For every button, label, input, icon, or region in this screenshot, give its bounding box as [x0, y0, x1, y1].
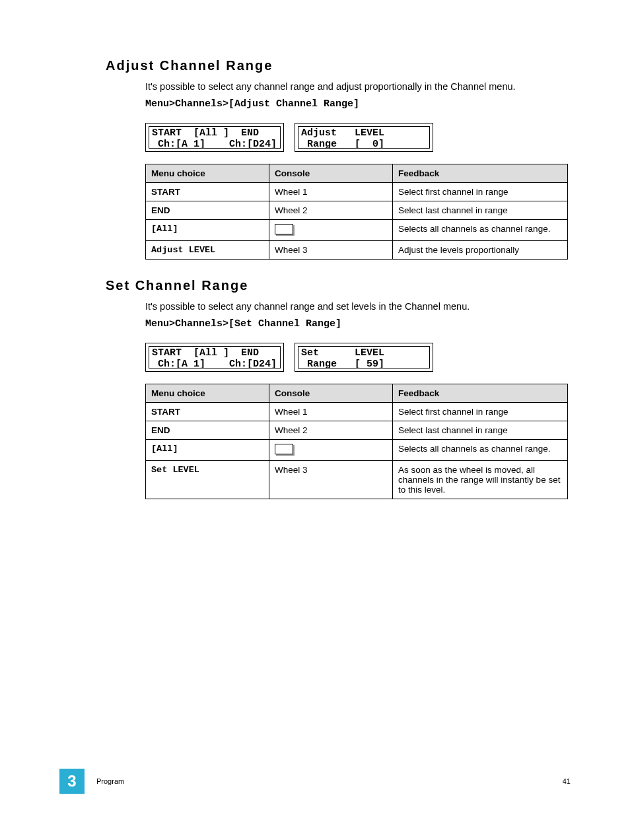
chapter-title: Program	[96, 777, 124, 785]
intro-text: It's possible to select any channel rang…	[59, 81, 571, 92]
cell-console: Wheel 1	[269, 183, 393, 201]
cell-feedback: Select last channel in range	[393, 421, 568, 440]
table-row: Set LEVELWheel 3As soon as the wheel is …	[146, 461, 568, 499]
cell-feedback: Adjust the levels proportionally	[393, 241, 568, 260]
table-row: ENDWheel 2Select last channel in range	[146, 201, 568, 220]
lcd-display-right: Adjust LEVEL Range [ 0]	[295, 123, 433, 152]
lcd-displays: START [All ] END Ch:[A 1] Ch:[D24] Adjus…	[59, 123, 571, 152]
cell-feedback: As soon as the wheel is moved, all chann…	[393, 461, 568, 499]
cell-feedback: Select last channel in range	[393, 201, 568, 220]
table-row: [All]Selects all channels as channel ran…	[146, 440, 568, 461]
table-row: ENDWheel 2Select last channel in range	[146, 421, 568, 440]
menu-choice-table: Menu choice Console Feedback STARTWheel …	[145, 384, 568, 499]
cell-menu-choice: [All]	[146, 440, 269, 461]
cell-feedback: Selects all channels as channel range.	[393, 220, 568, 241]
lcd-text: START [All ] END Ch:[A 1] Ch:[D24]	[149, 126, 281, 149]
section-heading: Adjust Channel Range	[59, 58, 571, 73]
page-footer: 3 Program 41	[0, 769, 630, 794]
menu-path: Menu>Channels>[Adjust Channel Range]	[59, 98, 571, 110]
softkey-box-icon	[275, 224, 293, 234]
table-body: STARTWheel 1Select first channel in rang…	[146, 183, 568, 260]
lcd-text: Adjust LEVEL Range [ 0]	[298, 126, 430, 149]
cell-console: Wheel 3	[269, 241, 393, 260]
table-row: [All]Selects all channels as channel ran…	[146, 220, 568, 241]
cell-menu-choice: END	[146, 201, 269, 220]
cell-console: Wheel 2	[269, 201, 393, 220]
table-header-row: Menu choice Console Feedback	[146, 164, 568, 183]
lcd-text: START [All ] END Ch:[A 1] Ch:[D24]	[149, 346, 281, 368]
col-feedback: Feedback	[393, 164, 568, 183]
col-menu-choice: Menu choice	[146, 164, 269, 183]
cell-menu-choice: [All]	[146, 220, 269, 241]
col-feedback: Feedback	[393, 384, 568, 403]
cell-menu-choice: END	[146, 421, 269, 440]
cell-feedback: Select first channel in range	[393, 403, 568, 421]
cell-menu-choice: START	[146, 403, 269, 421]
cell-menu-choice: Adjust LEVEL	[146, 241, 269, 260]
col-console: Console	[269, 164, 393, 183]
cell-console: Wheel 2	[269, 421, 393, 440]
lcd-displays: START [All ] END Ch:[A 1] Ch:[D24] Set L…	[59, 343, 571, 372]
cell-menu-choice: Set LEVEL	[146, 461, 269, 499]
table-header-row: Menu choice Console Feedback	[146, 384, 568, 403]
intro-text: It's possible to select any channel rang…	[59, 301, 571, 312]
col-console: Console	[269, 384, 393, 403]
menu-path: Menu>Channels>[Set Channel Range]	[59, 318, 571, 330]
menu-choice-table: Menu choice Console Feedback STARTWheel …	[145, 164, 568, 260]
lcd-text: Set LEVEL Range [ 59]	[298, 346, 430, 368]
col-menu-choice: Menu choice	[146, 384, 269, 403]
cell-console	[269, 220, 393, 241]
cell-feedback: Selects all channels as channel range.	[393, 440, 568, 461]
lcd-display-left: START [All ] END Ch:[A 1] Ch:[D24]	[145, 123, 284, 152]
lcd-display-right: Set LEVEL Range [ 59]	[295, 343, 433, 372]
cell-console: Wheel 3	[269, 461, 393, 499]
section-heading: Set Channel Range	[59, 278, 571, 293]
chapter-number-box: 3	[59, 769, 85, 794]
softkey-box-icon	[275, 444, 293, 454]
lcd-display-left: START [All ] END Ch:[A 1] Ch:[D24]	[145, 343, 284, 372]
cell-menu-choice: START	[146, 183, 269, 201]
table-row: STARTWheel 1Select first channel in rang…	[146, 183, 568, 201]
page-content: Adjust Channel Range It's possible to se…	[0, 0, 630, 499]
cell-feedback: Select first channel in range	[393, 183, 568, 201]
section-set-channel-range: Set Channel Range It's possible to selec…	[59, 278, 571, 499]
table-row: Adjust LEVELWheel 3Adjust the levels pro…	[146, 241, 568, 260]
page-number: 41	[563, 777, 571, 785]
table-row: STARTWheel 1Select first channel in rang…	[146, 403, 568, 421]
cell-console	[269, 440, 393, 461]
cell-console: Wheel 1	[269, 403, 393, 421]
table-body: STARTWheel 1Select first channel in rang…	[146, 403, 568, 499]
section-adjust-channel-range: Adjust Channel Range It's possible to se…	[59, 58, 571, 260]
